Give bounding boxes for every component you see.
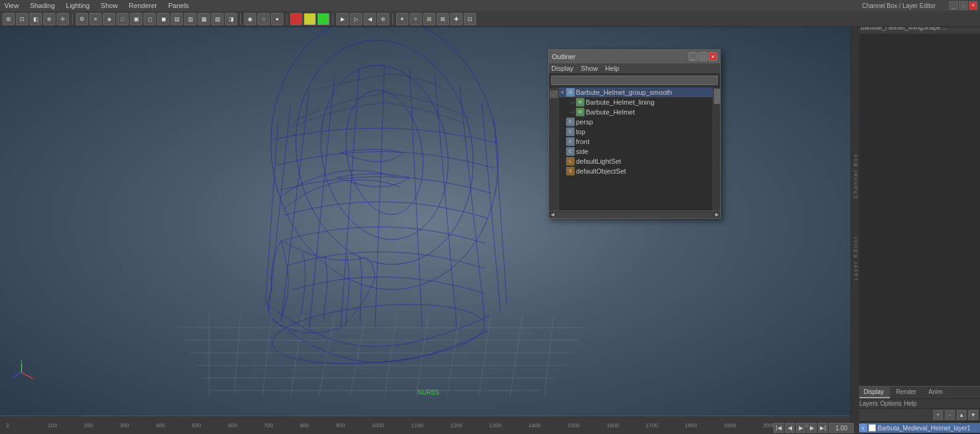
toolbar-btn-22[interactable]: ▷: [350, 13, 362, 25]
outliner-item-2[interactable]: -○ M Barbute_Helmet: [559, 107, 713, 117]
toolbar-btn-1[interactable]: ⊞: [2, 13, 15, 25]
toolbar-btn-24[interactable]: ⊛: [377, 13, 389, 25]
toolbar-btn-25[interactable]: ✦: [396, 13, 408, 25]
channel-box-content: [857, 34, 980, 386]
playback-prev-frame-btn[interactable]: ◀: [785, 423, 795, 433]
outliner-menu-help[interactable]: Help: [605, 65, 620, 72]
menu-shading[interactable]: Shading: [28, 1, 57, 10]
menu-show[interactable]: Show: [99, 1, 120, 10]
playback-start-btn[interactable]: |◀: [774, 423, 784, 433]
outliner-collapse-all[interactable]: -: [550, 90, 557, 98]
toolbar-btn-2[interactable]: ⊡: [16, 13, 28, 25]
outliner-menu-show[interactable]: Show: [581, 65, 598, 72]
playback-next-frame-btn[interactable]: ▶: [807, 423, 817, 433]
tick-1800: 1800: [685, 422, 697, 428]
outliner-scroll-right[interactable]: ▶: [713, 211, 720, 218]
toolbar-btn-11[interactable]: ◻: [144, 13, 156, 25]
outliner-label-3: persp: [576, 118, 593, 126]
tick-1900: 1900: [724, 422, 736, 428]
outliner-maximize-btn[interactable]: □: [699, 52, 707, 61]
toolbar-btn-9[interactable]: □: [116, 13, 129, 25]
outliner-item-6[interactable]: C side: [559, 147, 713, 156]
layer-visibility-check[interactable]: V: [859, 424, 867, 432]
menu-view[interactable]: View: [2, 1, 21, 10]
toolbar-btn-27[interactable]: ⊞: [423, 13, 435, 25]
toolbar-btn-30[interactable]: ⊡: [464, 13, 476, 25]
toolbar-btn-23[interactable]: ◀: [363, 13, 376, 25]
layer-delete-btn[interactable]: -: [945, 410, 955, 420]
outliner-menu-display[interactable]: Display: [551, 65, 573, 72]
toolbar-btn-16[interactable]: ▧: [211, 13, 224, 25]
outliner-scroll-left[interactable]: ◀: [549, 211, 556, 218]
tick-1000: 1000: [372, 422, 384, 428]
menu-lighting[interactable]: Lighting: [64, 1, 92, 10]
outliner-item-7[interactable]: L defaultLightSet: [559, 156, 713, 166]
toolbar-btn-7[interactable]: ≡: [89, 13, 102, 25]
toolbar-btn-color-yellow[interactable]: [304, 13, 316, 25]
toolbar-btn-13[interactable]: ▤: [171, 13, 183, 25]
toolbar-btn-color-red[interactable]: [290, 13, 302, 25]
outliner-hscroll-track[interactable]: [557, 212, 711, 217]
toolbar-btn-14[interactable]: ▥: [184, 13, 196, 25]
panel-close-btn[interactable]: ✕: [969, 1, 978, 10]
toolbar-btn-18[interactable]: ◉: [244, 13, 256, 25]
svg-line-16: [510, 315, 522, 396]
toolbar-btn-28[interactable]: ⊠: [437, 13, 449, 25]
outliner-minimize-btn[interactable]: _: [689, 52, 697, 61]
toolbar-btn-8[interactable]: ◈: [103, 13, 115, 25]
layer-row-0[interactable]: V Barbuta_Medieval_Helmet_layer1: [857, 423, 980, 433]
outliner-scrollbar[interactable]: [713, 87, 720, 211]
toolbar-btn-color-green[interactable]: [317, 13, 330, 25]
playback-play-btn[interactable]: ▶: [796, 423, 806, 433]
layer-color-swatch[interactable]: [869, 424, 876, 432]
viewport-3d[interactable]: NURBS X Y: [0, 27, 857, 416]
tick-600: 600: [228, 422, 237, 428]
outliner-content[interactable]: - ▼ G Barbute_Helmet_group_smooth -○ M B…: [549, 87, 720, 211]
layers-menu-layers[interactable]: Layers: [859, 400, 878, 407]
toolbar-btn-3[interactable]: ◧: [30, 13, 42, 25]
outliner-search-input[interactable]: [551, 76, 718, 85]
toolbar-btn-5[interactable]: ✛: [57, 13, 69, 25]
toolbar-btn-17[interactable]: ◨: [225, 13, 237, 25]
toolbar-btn-29[interactable]: ✚: [450, 13, 463, 25]
toolbar-btn-10[interactable]: ▣: [130, 13, 142, 25]
panel-max-btn[interactable]: □: [959, 1, 968, 10]
tab-render[interactable]: Render: [890, 387, 923, 398]
outliner-scrollbar-thumb[interactable]: [714, 89, 720, 104]
playback-area: |◀ ◀ ▶ ▶ ▶| 1.00: [774, 423, 854, 433]
outliner-item-8[interactable]: S defaultObjectSet: [559, 166, 713, 176]
toolbar-btn-12[interactable]: ◼: [157, 13, 169, 25]
timeline[interactable]: 2 100 200 300 400 500 600 700 800 900 10…: [0, 416, 857, 434]
viewport-bottom-label: NURBS: [418, 389, 439, 396]
outliner-label-2: Barbute_Helmet: [586, 108, 635, 116]
outliner-item-5[interactable]: C front: [559, 137, 713, 147]
toolbar-btn-4[interactable]: ⊕: [43, 13, 55, 25]
panel-min-btn[interactable]: _: [949, 1, 958, 10]
toolbar-btn-6[interactable]: ⚙: [76, 13, 88, 25]
toolbar: ⊞ ⊡ ◧ ⊕ ✛ ⚙ ≡ ◈ □ ▣ ◻ ◼ ▤ ▥ ▦ ▧ ◨ ◉ ○ ● …: [0, 11, 980, 27]
tab-anim[interactable]: Anim: [923, 387, 949, 398]
toolbar-btn-26[interactable]: ✧: [410, 13, 422, 25]
svg-text:Y: Y: [20, 360, 23, 364]
frame-counter[interactable]: 1.00: [829, 423, 854, 433]
svg-point-21: [336, 84, 432, 221]
outliner-item-4[interactable]: C top: [559, 127, 713, 137]
layers-menu-help[interactable]: Help: [904, 400, 917, 407]
outliner-icon-6: C: [566, 147, 575, 156]
toolbar-btn-20[interactable]: ●: [271, 13, 283, 25]
menu-renderer[interactable]: Renderer: [127, 1, 159, 10]
layer-move-down-btn[interactable]: ▼: [968, 410, 978, 420]
layers-menu-options[interactable]: Options: [880, 400, 901, 407]
outliner-item-3[interactable]: C persp: [559, 117, 713, 127]
layer-move-up-btn[interactable]: ▲: [957, 410, 966, 420]
outliner-item-0[interactable]: ▼ G Barbute_Helmet_group_smooth: [559, 87, 713, 97]
menu-panels[interactable]: Panels: [166, 1, 191, 10]
layer-create-btn[interactable]: +: [933, 410, 943, 420]
toolbar-btn-21[interactable]: ▶: [336, 13, 349, 25]
playback-end-btn[interactable]: ▶|: [818, 423, 828, 433]
tab-display[interactable]: Display: [857, 387, 890, 398]
toolbar-btn-19[interactable]: ○: [257, 13, 270, 25]
outliner-close-btn[interactable]: ✕: [708, 52, 717, 61]
outliner-item-1[interactable]: -○ M Barbute_Helmet_lining: [559, 97, 713, 107]
toolbar-btn-15[interactable]: ▦: [198, 13, 210, 25]
